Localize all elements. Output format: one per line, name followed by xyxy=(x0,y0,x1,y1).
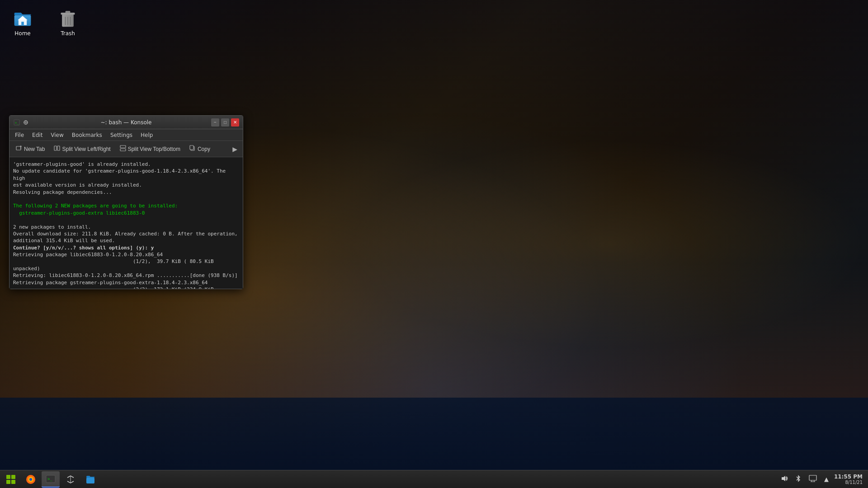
firefox-icon xyxy=(25,474,36,485)
svg-rect-28 xyxy=(6,480,10,484)
clock-time: 11:55 PM xyxy=(834,474,863,480)
trash-icon-img xyxy=(57,7,79,28)
maximize-button[interactable]: □ xyxy=(221,118,229,127)
terminal-output[interactable]: 'gstreamer-plugins-good' is already inst… xyxy=(9,157,243,289)
taskbar: >_ xyxy=(0,470,868,488)
terminal-line-4: Resolving package dependencies... xyxy=(13,189,239,196)
terminal-window: >_ ~: bash — Konsole − □ ✕ F xyxy=(9,115,243,289)
terminal-taskbar-button[interactable]: >_ xyxy=(42,471,60,488)
terminal-line-3: est available version is already install… xyxy=(13,182,239,188)
taskbar-clock[interactable]: 11:55 PM 8/11/21 xyxy=(834,474,863,485)
terminal-toolbar: New Tab Split View Left/Right xyxy=(9,141,243,157)
terminal-line-15: (2/2), 172.1 KiB (234.9 KiB unpacked) xyxy=(13,286,239,289)
minimize-button[interactable]: − xyxy=(211,118,219,127)
split-left-right-button[interactable]: Split View Left/Right xyxy=(50,143,114,155)
new-tab-label: New Tab xyxy=(24,146,45,152)
copy-button[interactable]: Copy xyxy=(186,143,214,155)
svg-rect-25 xyxy=(190,145,193,150)
menu-view[interactable]: View xyxy=(47,131,67,139)
firefox-taskbar-button[interactable] xyxy=(22,471,40,488)
new-tab-button[interactable]: New Tab xyxy=(12,143,48,155)
menu-edit[interactable]: Edit xyxy=(28,131,46,139)
home-icon[interactable]: Home xyxy=(5,5,41,39)
split-top-bottom-button[interactable]: Split View Top/Bottom xyxy=(116,143,184,155)
split-top-bottom-icon xyxy=(120,145,126,153)
trash-icon[interactable]: Trash xyxy=(50,5,86,39)
network-taskbar-button[interactable] xyxy=(61,471,80,488)
terminal-line-14: Retrieving package gstreamer-plugins-goo… xyxy=(13,279,239,286)
split-top-bottom-label: Split View Top/Bottom xyxy=(128,146,180,152)
titlebar-controls: − □ ✕ xyxy=(211,118,239,127)
titlebar-left: >_ xyxy=(13,119,29,126)
svg-rect-17 xyxy=(16,146,21,150)
files-taskbar-button[interactable] xyxy=(81,471,99,488)
terminal-line-6: gstreamer-plugins-good-extra libiec61883… xyxy=(13,210,239,216)
svg-rect-23 xyxy=(120,149,126,151)
terminal-titlebar: >_ ~: bash — Konsole − □ ✕ xyxy=(9,116,243,129)
copy-icon xyxy=(189,145,196,153)
svg-rect-22 xyxy=(120,145,126,148)
menu-settings[interactable]: Settings xyxy=(107,131,136,139)
svg-text:>_: >_ xyxy=(15,121,19,125)
trash-bin-svg xyxy=(58,8,78,28)
svg-point-32 xyxy=(29,478,32,481)
desktop: Home xyxy=(0,0,868,488)
toolbar-more-button[interactable]: ▶ xyxy=(230,144,240,155)
svg-marker-37 xyxy=(782,476,785,481)
home-icon-img xyxy=(12,7,33,28)
svg-rect-21 xyxy=(57,146,60,150)
split-left-right-label: Split View Left/Right xyxy=(62,146,110,152)
terminal-line-1: 'gstreamer-plugins-good' is already inst… xyxy=(13,161,239,168)
terminal-line-12: (1/2), 39.7 KiB ( 80.5 KiB unpacked) xyxy=(13,258,239,272)
close-button[interactable]: ✕ xyxy=(231,118,239,127)
home-folder-svg xyxy=(13,8,33,28)
svg-rect-29 xyxy=(11,480,15,484)
terminal-line-13: Retrieving: libiec61883-0-1.2.0-8.20.x86… xyxy=(13,272,239,279)
terminal-menubar: File Edit View Bookmarks Settings Help xyxy=(9,129,243,141)
start-icon xyxy=(5,474,16,485)
screen-tray-icon[interactable] xyxy=(807,474,819,484)
system-tray: ▲ 11:55 PM 8/11/21 xyxy=(779,474,866,485)
bluetooth-tray-icon[interactable] xyxy=(793,474,803,484)
svg-rect-20 xyxy=(54,146,57,150)
svg-rect-38 xyxy=(809,475,816,480)
menu-bookmarks[interactable]: Bookmarks xyxy=(68,131,106,139)
home-icon-label: Home xyxy=(14,30,30,37)
trash-icon-label: Trash xyxy=(61,30,75,37)
menu-file[interactable]: File xyxy=(11,131,28,139)
files-icon xyxy=(85,474,96,485)
terminal-title: ~: bash — Konsole xyxy=(101,119,152,126)
new-tab-icon xyxy=(16,145,22,153)
terminal-line-5: The following 2 NEW packages are going t… xyxy=(13,202,239,209)
clock-date: 8/11/21 xyxy=(834,480,863,485)
volume-tray-icon[interactable] xyxy=(779,474,790,484)
network-icon xyxy=(65,474,76,485)
svg-rect-36 xyxy=(86,478,94,483)
svg-rect-26 xyxy=(6,475,10,479)
titlebar-pin-icon[interactable] xyxy=(22,119,29,126)
terminal-app-icon: >_ xyxy=(13,119,20,126)
terminal-line-2: No update candidate for 'gstreamer-plugi… xyxy=(13,168,239,182)
svg-rect-8 xyxy=(66,11,71,13)
start-button[interactable] xyxy=(2,471,20,488)
desktop-icons: Home xyxy=(5,5,86,39)
menu-help[interactable]: Help xyxy=(137,131,156,139)
terminal-line-11: Retrieving package libiec61883-0-1.2.0-8… xyxy=(13,251,239,258)
terminal-line-10: Continue? [y/n/v/...? shows all options]… xyxy=(13,244,239,251)
terminal-taskbar-icon: >_ xyxy=(45,474,56,484)
svg-rect-4 xyxy=(21,22,24,25)
arrow-up-tray-icon[interactable]: ▲ xyxy=(822,475,830,483)
copy-label: Copy xyxy=(198,146,210,152)
svg-text:>_: >_ xyxy=(47,477,52,481)
terminal-line-7: 2 new packages to install. xyxy=(13,224,239,230)
terminal-line-9: additional 315.4 KiB will be used. xyxy=(13,237,239,244)
terminal-line-8: Overall download size: 211.8 KiB. Alread… xyxy=(13,230,239,237)
split-left-right-icon xyxy=(54,145,60,153)
svg-rect-27 xyxy=(11,475,15,479)
